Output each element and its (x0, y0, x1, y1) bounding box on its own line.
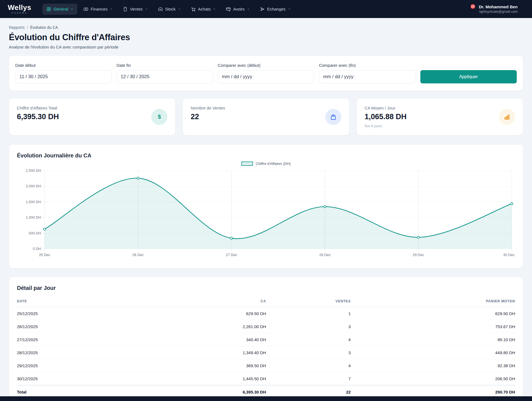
nav-item-general[interactable]: Général (42, 4, 77, 15)
calendar-icon[interactable] (204, 74, 209, 80)
svg-text:26 Dec: 26 Dec (132, 253, 144, 257)
col-date: Date (17, 296, 156, 307)
svg-text:0 DH: 0 DH (33, 247, 41, 251)
cell-date: 27/12/2025 (17, 333, 156, 346)
chart-legend: Chiffre d'Affaires (DH) (17, 162, 515, 166)
cell-panier: 629.50 DH (351, 307, 515, 320)
banknote-icon (83, 7, 88, 12)
calendar-icon[interactable] (406, 74, 411, 80)
svg-text:28 Dec: 28 Dec (319, 253, 331, 257)
nav-label: Général (53, 7, 68, 11)
cell-ventes: 3 (266, 346, 351, 359)
table-row: 28/12/2025 1,349.40 DH 3 449.80 DH (17, 346, 515, 359)
cell-date: 28/12/2025 (17, 346, 156, 359)
cell-ca: 629.50 DH (156, 307, 266, 320)
col-ca: CA (156, 296, 266, 307)
apply-button[interactable]: Appliquer (420, 70, 517, 83)
svg-text:1,000 DH: 1,000 DH (26, 215, 41, 219)
col-panier: Panier moyen (351, 296, 515, 307)
stat-label: Chiffre d'Affaires Total (17, 106, 59, 110)
stat-value: 1,065.88 DH (365, 113, 407, 121)
compare-end-input[interactable]: mm / dd / yyyy (319, 70, 415, 83)
brand-logo[interactable]: Wellys PHARMA (8, 4, 31, 14)
page-subtitle: Analyse de l'évolution du CA avec compar… (9, 45, 523, 49)
nav-item-ventes[interactable]: Ventes (119, 4, 152, 15)
calculator-icon (123, 7, 128, 12)
chevron-down-icon (247, 7, 250, 11)
compare-start-value: mm / dd / yyyy (222, 74, 252, 80)
chart-card: Évolution Journalière du CA Chiffre d'Af… (9, 144, 523, 269)
table-row: 27/12/2025 340.40 DH 4 85.10 DH (17, 333, 515, 346)
nav-item-stock[interactable]: Stock (154, 4, 185, 15)
table-row: 30/12/2025 1,445.50 DH 7 206.50 DH (17, 372, 515, 385)
svg-text:1,500 DH: 1,500 DH (26, 200, 41, 204)
cell-panier: 449.80 DH (351, 346, 515, 359)
svg-text:30 Dec: 30 Dec (503, 253, 515, 257)
nav-item-achats[interactable]: Achats (187, 4, 220, 15)
cell-ca: 1,445.50 DH (156, 372, 266, 385)
compare-end-value: mm / dd / yyyy (323, 74, 354, 80)
nav-label: Ventes (130, 7, 143, 11)
grid-icon (46, 7, 51, 12)
date-start-value: 11 / 30 / 2025 (19, 74, 48, 80)
table-header-row: Date CA Ventes Panier moyen (17, 296, 515, 307)
cell-ventes: 3 (266, 320, 351, 333)
cell-ventes: 4 (266, 333, 351, 346)
svg-text:29 Dec: 29 Dec (413, 253, 424, 257)
date-start-input[interactable]: 11 / 30 / 2025 (15, 70, 112, 83)
dollar-glyph: $ (158, 114, 161, 120)
user-menu[interactable]: Dr. Mohammed Ben lightsynicate@gmail.com (479, 4, 524, 14)
table-row: 26/12/2025 2,261.00 DH 3 753.67 DH (17, 320, 515, 333)
breadcrumb: Rapports / Évolution du CA (9, 25, 523, 30)
nav-label: Finances (91, 7, 108, 11)
brand-name: Wellys (8, 4, 31, 11)
chevron-down-icon (178, 7, 181, 11)
calendar-icon[interactable] (305, 74, 310, 80)
compare-start-input[interactable]: mm / dd / yyyy (218, 70, 314, 83)
ca-evolution-chart-svg: 0 DH500 DH1,000 DH1,500 DH2,000 DH2,500 … (17, 167, 515, 260)
warehouse-icon (158, 7, 163, 12)
chevron-down-icon (288, 7, 291, 11)
dollar-icon: $ (151, 109, 167, 125)
footer-bar (0, 396, 532, 401)
table-row: 25/12/2025 629.50 DH 1 629.50 DH (17, 307, 515, 320)
stat-sub: Sur 6 jours (365, 124, 407, 128)
nav-item-echanges[interactable]: Echanges (256, 4, 295, 15)
stat-value: 6,395.30 DH (17, 113, 59, 121)
user-name: Dr. Mohammed Ben (479, 4, 518, 9)
calendar-icon[interactable] (102, 74, 108, 80)
compare-start-label: Comparer avec (début) (218, 63, 314, 68)
stat-label: CA Moyen / Jour (365, 106, 407, 110)
cell-ventes: 7 (266, 372, 351, 385)
cell-panier: 85.10 DH (351, 333, 515, 346)
cell-date: 26/12/2025 (17, 320, 156, 333)
cell-ca: 340.40 DH (156, 333, 266, 346)
user-email: lightsynicate@gmail.com (479, 10, 518, 14)
chart-title: Évolution Journalière du CA (17, 152, 515, 159)
nav-item-finances[interactable]: Finances (80, 4, 117, 15)
notification-badge: 13 (470, 4, 475, 9)
nav-label: Stock (165, 7, 176, 11)
chevron-down-icon (520, 7, 524, 11)
notifications-button[interactable]: 13 (467, 6, 473, 12)
breadcrumb-separator: / (27, 25, 28, 30)
line-chart[interactable]: 0 DH500 DH1,000 DH1,500 DH2,000 DH2,500 … (17, 167, 515, 260)
date-end-input[interactable]: 12 / 30 / 2025 (116, 70, 213, 83)
stats-row: Chiffre d'Affaires Total 6,395.30 DH $ N… (9, 98, 523, 136)
stat-card-nb-ventes: Nombre de Ventes 22 (183, 98, 349, 136)
stat-card-ca-total: Chiffre d'Affaires Total 6,395.30 DH $ (9, 98, 175, 136)
table-title: Détail par Jour (17, 285, 515, 291)
svg-text:27 Dec: 27 Dec (226, 253, 237, 257)
cell-date: 29/12/2025 (17, 359, 156, 372)
nav-item-avoirs[interactable]: Avoirs (222, 4, 254, 15)
card-refresh-icon (226, 7, 231, 12)
cell-panier: 92.38 DH (351, 359, 515, 372)
date-end-value: 12 / 30 / 2025 (121, 74, 149, 80)
breadcrumb-rapports[interactable]: Rapports (9, 25, 25, 30)
cell-panier: 206.50 DH (351, 372, 515, 385)
col-ventes: Ventes (266, 296, 351, 307)
nav-label: Achats (198, 7, 211, 11)
date-start-label: Date début (15, 63, 112, 68)
svg-text:500 DH: 500 DH (29, 231, 41, 235)
cell-ca: 369.50 DH (156, 359, 266, 372)
